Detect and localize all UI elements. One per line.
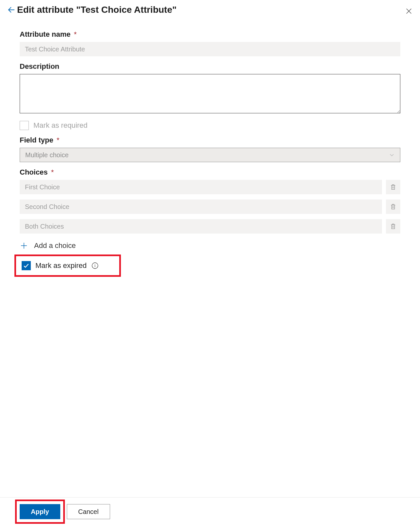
choices-label-text: Choices xyxy=(20,168,48,176)
apply-button[interactable]: Apply xyxy=(20,504,60,519)
required-asterisk: * xyxy=(57,136,60,144)
field-type-select: Multiple choice xyxy=(20,148,400,162)
panel-title: Edit attribute "Test Choice Attribute" xyxy=(17,5,413,15)
delete-choice-button[interactable] xyxy=(386,219,400,234)
attribute-name-label-text: Attribute name xyxy=(20,30,70,38)
field-type-label: Field type * xyxy=(20,136,400,144)
mark-expired-row[interactable]: Mark as expired i xyxy=(20,258,103,274)
add-choice-button[interactable]: Add a choice xyxy=(20,241,400,250)
description-textarea[interactable] xyxy=(20,74,400,113)
choice-input xyxy=(20,199,382,214)
back-arrow-icon[interactable] xyxy=(7,5,16,14)
mark-required-row: Mark as required xyxy=(20,121,400,130)
choice-input xyxy=(20,180,382,194)
info-icon[interactable]: i xyxy=(91,262,99,269)
field-type-value: Multiple choice xyxy=(25,151,68,159)
mark-required-checkbox xyxy=(20,121,29,130)
add-choice-label: Add a choice xyxy=(34,241,76,250)
choices-label: Choices * xyxy=(20,168,400,177)
plus-icon xyxy=(20,241,28,250)
required-asterisk: * xyxy=(74,30,77,38)
cancel-button[interactable]: Cancel xyxy=(67,504,110,519)
edit-attribute-panel: Edit attribute "Test Choice Attribute" A… xyxy=(0,0,420,529)
mark-required-label: Mark as required xyxy=(33,121,87,130)
delete-choice-button[interactable] xyxy=(386,199,400,214)
delete-choice-button[interactable] xyxy=(386,180,400,194)
panel-footer: Apply Cancel xyxy=(0,497,420,529)
choices-list xyxy=(20,180,400,234)
mark-expired-checkbox[interactable] xyxy=(22,261,31,270)
panel-header: Edit attribute "Test Choice Attribute" xyxy=(0,3,420,18)
form-body: Attribute name * Description Mark as req… xyxy=(0,18,420,497)
svg-text:i: i xyxy=(94,263,96,268)
choice-row xyxy=(20,199,400,214)
close-icon[interactable] xyxy=(402,5,415,18)
choice-input xyxy=(20,219,382,234)
attribute-name-input xyxy=(20,42,400,56)
choice-row xyxy=(20,219,400,234)
mark-expired-label: Mark as expired xyxy=(35,261,87,270)
field-type-label-text: Field type xyxy=(20,136,53,144)
attribute-name-label: Attribute name * xyxy=(20,30,400,39)
description-label: Description xyxy=(20,62,400,71)
chevron-down-icon xyxy=(389,152,395,158)
choice-row xyxy=(20,180,400,194)
required-asterisk: * xyxy=(51,168,54,176)
